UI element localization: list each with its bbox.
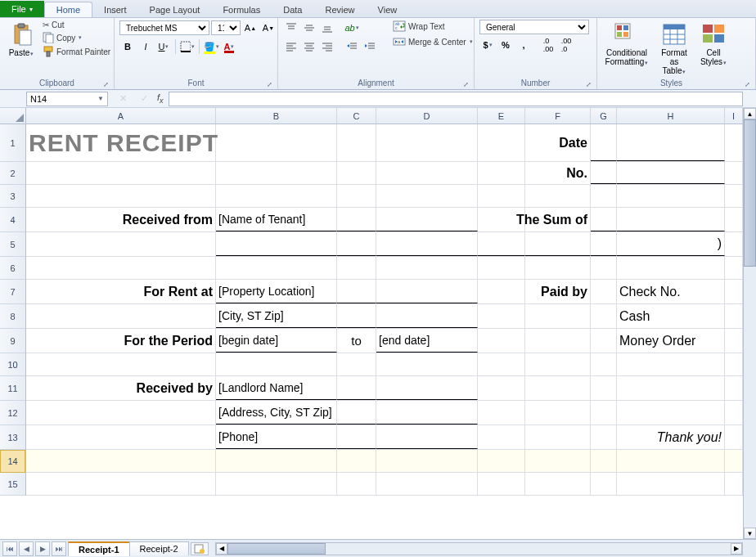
cell-landlord[interactable]: [Landlord Name]	[216, 376, 337, 400]
conditional-formatting-button[interactable]: Conditional Formatting	[602, 20, 651, 68]
cell-paren[interactable]: )	[617, 232, 725, 256]
col-header[interactable]: F	[525, 108, 591, 124]
cancel-formula-button[interactable]: ✕	[115, 92, 131, 106]
row-header[interactable]: 2	[0, 162, 25, 185]
wrap-text-button[interactable]: abcWrap Text	[391, 20, 475, 33]
cut-button[interactable]: ✂Cut	[41, 20, 112, 30]
decrease-decimal-button[interactable]: .00.0	[558, 37, 574, 53]
horizontal-scrollbar[interactable]: ◀ ▶	[215, 542, 743, 555]
row-header[interactable]: 3	[0, 185, 25, 208]
fx-icon[interactable]: fx	[157, 92, 164, 105]
format-painter-button[interactable]: Format Painter	[41, 45, 112, 58]
font-name-select[interactable]: Trebuchet MS	[119, 20, 209, 35]
increase-decimal-button[interactable]: .0.00	[540, 37, 556, 53]
cell-city[interactable]: [City, ST Zip]	[216, 304, 337, 328]
cell-cash-label[interactable]: Cash	[617, 304, 725, 328]
cell-period-label[interactable]: For the Period	[26, 329, 216, 353]
tab-page-layout[interactable]: Page Layout	[138, 2, 212, 17]
cell-sum-label[interactable]: The Sum of	[525, 208, 591, 231]
scroll-left-button[interactable]: ◀	[216, 543, 227, 555]
col-header[interactable]: C	[337, 108, 376, 124]
font-size-select[interactable]: 11	[211, 20, 241, 35]
cell-property[interactable]: [Property Location]	[216, 280, 337, 303]
number-format-select[interactable]: General	[479, 20, 589, 34]
col-header[interactable]: I	[725, 108, 743, 124]
tab-home[interactable]: Home	[44, 2, 92, 17]
tab-data[interactable]: Data	[272, 2, 313, 17]
row-header[interactable]: 10	[0, 353, 25, 376]
col-header[interactable]: A	[26, 108, 216, 124]
prev-sheet-button[interactable]: ◀	[19, 541, 34, 556]
cell-received-from-label[interactable]: Received from	[26, 208, 216, 231]
align-middle-button[interactable]	[301, 20, 317, 36]
last-sheet-button[interactable]: ⏭	[52, 541, 66, 556]
cell-money-label[interactable]: Money Order	[617, 329, 725, 353]
cell-begin[interactable]: [begin date]	[216, 329, 337, 353]
cell-phone[interactable]: [Phone]	[216, 425, 337, 449]
vertical-scrollbar[interactable]: ▲ ▼	[743, 108, 756, 539]
cell-rent-at-label[interactable]: For Rent at	[26, 280, 216, 303]
merge-center-button[interactable]: aMerge & Center	[391, 35, 475, 48]
tab-review[interactable]: Review	[313, 2, 366, 17]
format-as-table-button[interactable]: Format as Table	[655, 20, 694, 77]
cell-thanks[interactable]: Thank you!	[617, 425, 725, 449]
sheet-tab-1[interactable]: Receipt-1	[68, 541, 130, 556]
row-header[interactable]: 6	[0, 257, 25, 280]
col-header[interactable]: E	[478, 108, 525, 124]
row-header[interactable]: 5	[0, 232, 25, 257]
row-header[interactable]: 7	[0, 280, 25, 304]
border-button[interactable]	[179, 38, 196, 55]
fill-color-button[interactable]: 🪣	[203, 38, 219, 55]
scroll-thumb[interactable]	[744, 119, 756, 267]
decrease-indent-button[interactable]	[344, 38, 360, 55]
row-header[interactable]: 11	[0, 376, 25, 401]
increase-indent-button[interactable]	[362, 38, 378, 55]
cell-check-label[interactable]: Check No.	[617, 280, 725, 303]
align-right-button[interactable]	[319, 38, 335, 55]
select-all-corner[interactable]	[0, 108, 26, 124]
row-header[interactable]: 15	[0, 473, 25, 496]
cell-tenant[interactable]: [Name of Tenant]	[216, 208, 337, 231]
paste-button[interactable]: Paste	[5, 20, 38, 59]
comma-button[interactable]: ,	[515, 37, 532, 53]
italic-button[interactable]: I	[137, 38, 154, 55]
accounting-format-button[interactable]: $	[479, 37, 496, 53]
name-box[interactable]: N14▼	[26, 92, 108, 106]
cell-address[interactable]: [Address, City, ST Zip]	[216, 401, 337, 424]
formula-input[interactable]	[169, 92, 743, 106]
row-header[interactable]: 12	[0, 401, 25, 425]
row-header[interactable]: 13	[0, 425, 25, 450]
grow-font-button[interactable]: A▲	[242, 20, 259, 36]
cell-received-by-label[interactable]: Received by	[26, 376, 216, 400]
scroll-down-button[interactable]: ▼	[744, 528, 756, 539]
row-header[interactable]: 8	[0, 304, 25, 329]
cell-date-label[interactable]: Date	[525, 124, 591, 161]
cell-end[interactable]: [end date]	[376, 329, 478, 353]
first-sheet-button[interactable]: ⏮	[2, 541, 17, 556]
cell-styles-button[interactable]: Cell Styles	[697, 20, 730, 68]
scroll-right-button[interactable]: ▶	[731, 543, 742, 555]
bold-button[interactable]: B	[119, 38, 136, 55]
col-header[interactable]: B	[216, 108, 337, 124]
scroll-up-button[interactable]: ▲	[744, 108, 756, 119]
next-sheet-button[interactable]: ▶	[35, 541, 50, 556]
row-header[interactable]: 1	[0, 124, 25, 162]
enter-formula-button[interactable]: ✓	[136, 92, 152, 106]
new-sheet-button[interactable]	[191, 542, 209, 555]
align-top-button[interactable]	[283, 20, 299, 36]
percent-button[interactable]: %	[497, 37, 514, 53]
row-header[interactable]: 14	[0, 450, 25, 473]
cell-title[interactable]: RENT RECEIPT	[26, 124, 216, 161]
cell-to[interactable]: to	[337, 329, 376, 353]
cells-area[interactable]: RENT RECEIPT Date No.	[26, 124, 756, 496]
font-color-button[interactable]: A	[221, 38, 237, 55]
file-menu[interactable]: File	[0, 1, 44, 17]
hscroll-thumb[interactable]	[227, 543, 326, 555]
copy-button[interactable]: Copy	[41, 31, 112, 44]
align-center-button[interactable]	[301, 38, 317, 55]
col-header[interactable]: G	[591, 108, 617, 124]
align-left-button[interactable]	[283, 38, 299, 55]
align-bottom-button[interactable]	[319, 20, 335, 36]
cell-paid-by-label[interactable]: Paid by	[525, 280, 591, 303]
orientation-button[interactable]: ab	[344, 20, 360, 36]
